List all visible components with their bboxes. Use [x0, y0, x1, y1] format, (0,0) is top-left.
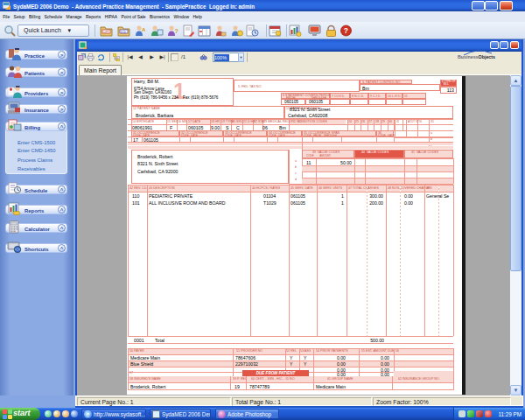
svg-text:ICD: ICD: [121, 31, 127, 34]
svg-text:?: ?: [344, 26, 348, 35]
svg-text:CPT: CPT: [103, 31, 110, 34]
svg-text:?: ?: [175, 28, 178, 34]
svg-text:A: A: [142, 27, 146, 32]
